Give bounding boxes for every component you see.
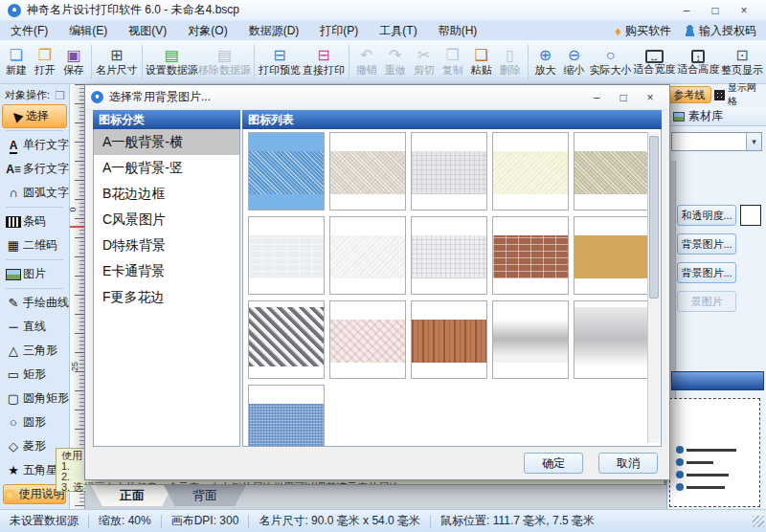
menu-print[interactable]: 打印(P) — [309, 21, 369, 40]
tool-rounded-rectangle[interactable]: ▢圆角矩形 — [0, 387, 69, 410]
actual-size-button[interactable]: ○实际大小 — [589, 46, 633, 78]
delete-button: ▯删除 — [496, 46, 525, 78]
tool-freehand-curve[interactable]: ✎手绘曲线 — [0, 291, 69, 315]
save-button[interactable]: ▣保存 — [59, 46, 88, 78]
thumbnail-tan-kraft[interactable] — [574, 216, 650, 295]
cancel-button[interactable]: 取消 — [598, 453, 658, 474]
thumbnail-marble-beige[interactable] — [329, 132, 406, 211]
dialog-maximize-icon[interactable]: □ — [610, 91, 637, 104]
menu-object[interactable]: 对象(O) — [177, 21, 237, 40]
show-grid-label: 显示网格 — [728, 81, 765, 108]
show-guides-button[interactable]: 参考线 — [667, 86, 711, 103]
thumbnail-white-brick[interactable] — [248, 216, 325, 295]
fit-width-button[interactable]: ↔适合宽度 — [632, 47, 676, 77]
tool-select[interactable]: ▶选择 — [2, 104, 67, 128]
category-general-horizontal[interactable]: A一般背景-横 — [94, 129, 239, 155]
minimize-icon[interactable]: – — [672, 4, 701, 17]
dialog-scrollbar-thumb[interactable] — [649, 136, 659, 299]
chevron-down-icon[interactable]: ▾ — [746, 133, 761, 150]
tool-rectangle[interactable]: ▭矩形 — [0, 363, 69, 387]
thumbnail-blue-denim[interactable] — [248, 385, 325, 447]
tool-triangle-label: 三角形 — [23, 343, 57, 359]
set-datasource-button[interactable]: ▤设置数据源 — [146, 46, 198, 78]
set-background-image-button[interactable]: 背景图片... — [677, 233, 736, 255]
thumbnail-olive-weave[interactable] — [574, 132, 650, 211]
new-button[interactable]: ❏新建 — [2, 46, 31, 78]
tool-triangle[interactable]: △三角形 — [0, 339, 69, 363]
dialog-minimize-icon[interactable]: – — [583, 91, 610, 104]
thumbnail-white-geometric[interactable] — [411, 216, 487, 295]
tool-arc-text[interactable]: ∩圆弧文字 — [0, 181, 69, 205]
object-toolbox: 对象操作: ❒ ▶选择 A单行文字 A≡多行文字 ∩圆弧文字 条码 ▦二维码 图… — [0, 84, 70, 509]
menu-file[interactable]: 文件(F) — [0, 21, 58, 40]
thumbnail-wood-grain[interactable] — [411, 300, 487, 379]
material-library-label: 素材库 — [688, 108, 723, 124]
toolbar-separator — [142, 45, 143, 79]
category-special[interactable]: D特殊背景 — [94, 233, 239, 258]
thumbnail-silver-gradient[interactable] — [492, 300, 569, 379]
template-dropdown[interactable]: ▾ — [671, 132, 762, 151]
close-icon[interactable]: × — [730, 4, 758, 17]
ruler-major-ticks — [75, 84, 84, 509]
thumbnail-red-brick[interactable] — [492, 216, 569, 295]
card-size-button[interactable]: ⊞名片尺寸 — [95, 46, 139, 78]
paste-button[interactable]: ❑粘贴 — [467, 46, 496, 78]
ok-button[interactable]: 确定 — [524, 453, 583, 474]
dialog-scrollbar[interactable] — [647, 132, 660, 443]
category-more-lace[interactable]: F更多花边 — [94, 284, 239, 310]
thumbnail-pale-yellow[interactable] — [492, 132, 569, 211]
thumbnail-white-subtle[interactable] — [329, 216, 406, 295]
card-size-label: 名片尺寸 — [96, 64, 138, 77]
fit-height-button[interactable]: ↕适合高度 — [676, 47, 720, 77]
sidebar-divider — [6, 259, 63, 260]
full-page-button[interactable]: ⊡整页显示 — [720, 46, 764, 78]
fit-height-icon: ↕ — [691, 50, 705, 63]
undo-icon: ↶ — [360, 47, 372, 64]
tool-circle[interactable]: ○圆形 — [0, 410, 69, 434]
buy-software-button[interactable]: ♦ 购买软件 — [615, 23, 671, 39]
enter-license-button[interactable]: 输入授权码 — [685, 23, 756, 39]
sidebar-divider — [6, 288, 63, 289]
tool-qrcode[interactable]: ▦二维码 — [0, 233, 69, 257]
zoom-out-button[interactable]: ⊖缩小 — [560, 46, 589, 78]
thumbnail-pink-floral[interactable] — [329, 300, 406, 379]
menu-tools[interactable]: 工具(T) — [369, 21, 427, 40]
choose-background-image-button[interactable]: 背景图片... — [677, 262, 736, 283]
background-color-swatch[interactable] — [740, 205, 761, 226]
tool-image[interactable]: 图片 — [0, 262, 69, 286]
tool-freehand-label: 手绘曲线 — [23, 295, 69, 311]
undo-label: 撤销 — [356, 64, 377, 77]
category-cartoon[interactable]: E卡通背景 — [94, 258, 239, 284]
image-icon — [6, 269, 21, 280]
database-icon: ▤ — [165, 47, 179, 64]
menu-view[interactable]: 视图(V) — [118, 21, 177, 40]
tool-barcode[interactable]: 条码 — [0, 210, 69, 233]
thumbnail-maze-white[interactable] — [411, 132, 487, 211]
thumbnail-list — [242, 129, 662, 447]
thumbnail-silver-gradient-2[interactable] — [574, 300, 650, 379]
tab-front[interactable]: 正面 — [91, 485, 173, 506]
tab-back[interactable]: 背面 — [164, 485, 246, 506]
show-grid-button[interactable]: 显示网格 — [714, 86, 765, 103]
background-opacity-button[interactable]: 和透明度... — [677, 205, 736, 226]
category-general-vertical[interactable]: A一般背景-竖 — [94, 155, 239, 181]
tool-line[interactable]: ─直线 — [0, 315, 69, 339]
resize-grip[interactable] — [753, 516, 764, 527]
direct-print-button[interactable]: ⊟直接打印 — [302, 46, 346, 78]
menu-help[interactable]: 帮助(H) — [428, 21, 488, 40]
thumbnail-blue-paper[interactable] — [248, 132, 325, 211]
thumbnail-silver-diagonal[interactable] — [248, 300, 325, 379]
material-library-tab[interactable]: 素材库 — [667, 107, 766, 126]
category-scenery[interactable]: C风景图片 — [94, 207, 239, 233]
tool-multi-line-text[interactable]: A≡多行文字 — [0, 157, 69, 181]
print-preview-button[interactable]: ⊟打印预览 — [258, 46, 302, 78]
menu-datasource[interactable]: 数据源(D) — [238, 21, 310, 40]
arc-text-icon: ∩ — [4, 187, 23, 200]
zoom-in-button[interactable]: ⊕放大 — [531, 46, 560, 78]
open-button[interactable]: ❐打开 — [31, 46, 59, 78]
category-lace-border[interactable]: B花边边框 — [94, 181, 239, 207]
maximize-icon[interactable]: □ — [701, 4, 730, 17]
menu-edit[interactable]: 编辑(E) — [58, 21, 118, 40]
tool-single-line-text[interactable]: A单行文字 — [0, 133, 69, 157]
dialog-close-icon[interactable]: × — [637, 91, 664, 104]
